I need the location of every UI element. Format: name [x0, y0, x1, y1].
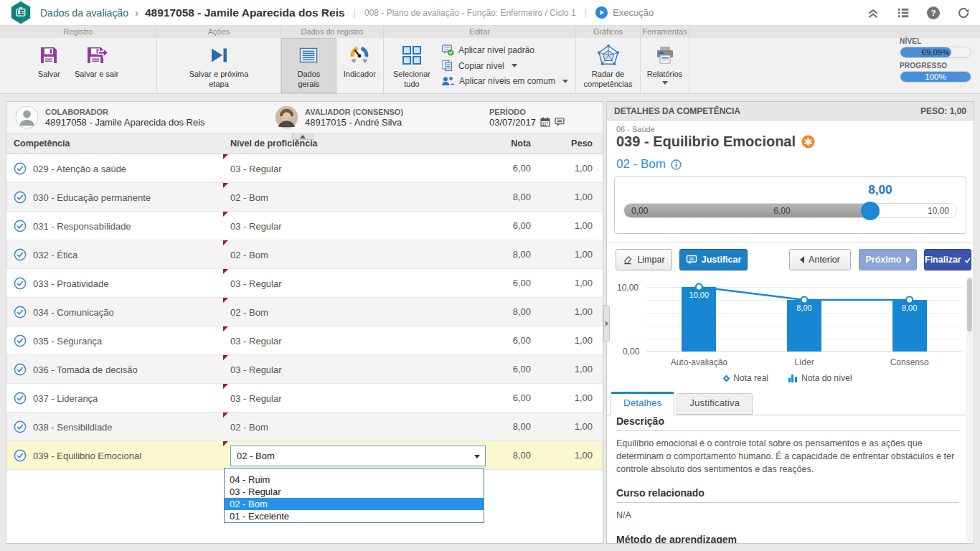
select-all-button[interactable]: Selecionar tudo	[384, 38, 440, 92]
peso-value: 1,00	[541, 240, 603, 269]
proficiency-level-cell[interactable]: 03 - Regular	[223, 384, 486, 413]
save-next-step-button[interactable]: Salvar e próxima etapa	[179, 38, 258, 93]
description-text: Equilíbrio emocional é o controle total …	[616, 437, 959, 476]
chart-bar: 8,00	[892, 300, 927, 352]
table-row[interactable]: 030 - Educação permanente 02 - Bom 8,00 …	[6, 183, 603, 212]
collapse-ribbon-icon[interactable]	[867, 6, 880, 19]
reports-button[interactable]: Relatórios	[640, 38, 690, 93]
copy-level-button[interactable]: Copiar nível	[441, 60, 568, 72]
dropdown-option[interactable]: 01 - Excelente	[225, 510, 484, 522]
refresh-icon[interactable]	[957, 6, 970, 19]
progress-meters: NÍVEL 69,09% PROGRESSO 100%	[900, 37, 971, 86]
radar-chart-button[interactable]: Radar de competências	[576, 38, 640, 93]
breadcrumb[interactable]: Dados da avaliação	[40, 7, 128, 19]
details-scrollbar[interactable]	[966, 277, 973, 542]
score-slider: 8,00 0,00 6,00 10,00	[614, 176, 966, 234]
proficiency-level-cell[interactable]: 03 - Regular	[223, 326, 486, 355]
slider-handle[interactable]	[861, 202, 880, 220]
table-row[interactable]: 034 - Comunicação 02 - Bom 8,00 1,00	[6, 298, 603, 326]
check-circle-icon	[14, 162, 27, 175]
table-row[interactable]: 037 - Liderança 03 - Regular 6,00 1,00	[6, 384, 603, 413]
collaborator-value: 48917058 - Jamile Aparecida dos Reis	[45, 117, 205, 128]
help-icon[interactable]: ?	[927, 6, 940, 19]
general-data-button[interactable]: Dados gerais	[281, 38, 336, 93]
period-value: 03/07/2017	[489, 117, 536, 128]
tab-justificativa[interactable]: Justificativa	[677, 393, 753, 415]
svg-text:?: ?	[930, 8, 936, 17]
proficiency-level-cell[interactable]: 02 - Bom	[223, 441, 486, 470]
nota-value: 6,00	[486, 269, 541, 298]
list-menu-icon[interactable]	[897, 6, 910, 19]
scrollbar-thumb[interactable]	[967, 278, 972, 331]
table-row[interactable]: 029 - Atenção a saúde 03 - Regular 6,00 …	[6, 154, 603, 183]
comment-icon[interactable]	[555, 117, 565, 127]
group-label: Ações	[157, 26, 281, 38]
proficiency-level-cell[interactable]: 02 - Bom	[223, 298, 486, 326]
competency-name: 039 - Equilibrio Emocional	[33, 451, 141, 461]
peso-value: 1,00	[541, 326, 603, 355]
level-select[interactable]: 02 - Bom	[230, 446, 486, 466]
slider-mid-label: 6,00	[773, 204, 790, 218]
proficiency-level-cell[interactable]: 02 - Bom	[223, 183, 486, 212]
table-row[interactable]: 038 - Sensibildiade 02 - Bom 8,00 1,00	[6, 413, 603, 441]
chevron-down-icon	[662, 81, 668, 85]
x-axis-label: Auto-avaliação	[646, 357, 752, 367]
learning-method-heading: Método de aprendizagem	[616, 534, 959, 545]
previous-button[interactable]: Anterior	[789, 249, 851, 270]
nota-value: 6,00	[486, 355, 541, 384]
dropdown-option[interactable]: 04 - Ruim	[225, 474, 484, 486]
proficiency-level-cell[interactable]: 03 - Regular	[223, 212, 486, 240]
proficiency-level-cell[interactable]: 02 - Bom	[223, 413, 486, 441]
dropdown-option[interactable]: 02 - Bom	[225, 498, 484, 510]
chart-legend: Nota real Nota do nível	[607, 373, 969, 383]
proficiency-level-cell[interactable]: 02 - Bom	[223, 240, 486, 269]
info-icon[interactable]	[671, 159, 682, 170]
finish-button[interactable]: Finalizar	[924, 249, 971, 270]
table-row[interactable]: 035 - Segurança 03 - Regular 6,00 1,00	[6, 326, 603, 355]
bar-value-label: 10,00	[682, 291, 716, 299]
apply-default-level-button[interactable]: Aplicar nível padrão	[441, 44, 568, 56]
general-data-icon	[298, 44, 319, 67]
save-and-exit-button[interactable]: Salvar e sair	[67, 38, 126, 93]
slider-track[interactable]: 0,00 6,00 10,00	[623, 203, 957, 218]
table-row[interactable]: 039 - Equilibrio Emocional 02 - Bom 8,00…	[6, 441, 603, 470]
table-row[interactable]: 033 - Proatividade 03 - Regular 6,00 1,0…	[6, 269, 603, 298]
ribbon-group-dados-registro: Dados do registro Dados gerais Indicador	[281, 26, 384, 93]
check-circle-icon	[14, 392, 27, 405]
check-circle-icon	[14, 306, 27, 319]
proficiency-level-cell[interactable]: 03 - Regular	[223, 154, 486, 183]
table-row[interactable]: 036 - Tomada de decisão 03 - Regular 6,0…	[6, 355, 603, 384]
chevron-right-icon	[906, 256, 910, 263]
x-axis-label: Líder	[752, 357, 857, 367]
nota-value: 8,00	[486, 441, 541, 470]
check-icon	[964, 255, 971, 265]
next-button[interactable]: Próximo	[859, 249, 917, 270]
indicator-button[interactable]: Indicador	[336, 38, 383, 93]
separator: |	[585, 7, 587, 18]
collapse-info-bar-handle[interactable]	[292, 133, 314, 140]
progresso-meter: 100%	[900, 71, 971, 83]
collapse-panel-handle[interactable]	[603, 305, 610, 342]
table-row[interactable]: 031 - Responsabilidade 03 - Regular 6,00…	[6, 212, 603, 240]
justify-button[interactable]: Justificar	[679, 249, 748, 270]
ribbon-group-registro: Registro Salvar Salvar e sair	[0, 26, 157, 93]
progresso-value: 100%	[900, 72, 971, 82]
save-button[interactable]: Salvar	[31, 38, 67, 93]
legend-nota-real: Nota real	[724, 373, 768, 383]
column-header-peso: Peso	[541, 138, 603, 149]
progresso-label: PROGRESSO	[900, 62, 971, 70]
tab-detalhes[interactable]: Detalhes	[611, 392, 674, 415]
dropdown-option[interactable]: 03 - Regular	[225, 486, 484, 498]
apply-common-levels-button[interactable]: Aplicar níveis em comum	[441, 75, 568, 87]
separator: |	[354, 7, 356, 18]
table-row[interactable]: 032 - Ética 02 - Bom 8,00 1,00	[6, 240, 603, 269]
proficiency-level-cell[interactable]: 03 - Regular	[223, 355, 486, 384]
clear-button[interactable]: Limpar	[616, 249, 672, 270]
calendar-icon[interactable]	[540, 117, 550, 127]
check-circle-icon	[14, 277, 27, 290]
selected-level: 02 - Bom	[616, 157, 682, 171]
proficiency-level-cell[interactable]: 03 - Regular	[223, 269, 486, 298]
competencies-panel: COLABORADOR 48917058 - Jamile Aparecida …	[6, 101, 603, 544]
tab-content: Descrição Equilíbrio emocional é o contr…	[616, 415, 959, 544]
peso-value: 1,00	[541, 441, 603, 470]
